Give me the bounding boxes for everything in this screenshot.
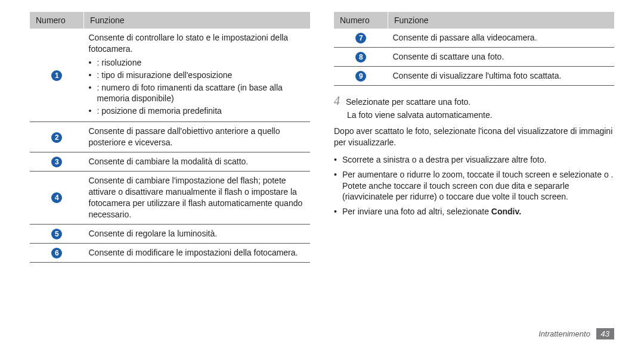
list-item: Per aumentare o ridurre lo zoom, toccate… [334,169,614,203]
step-number-icon: 4 [334,94,340,107]
table-row: 8 Consente di scattare una foto. [334,48,614,67]
table-row: 5 Consente di regolare la luminosità. [30,224,310,243]
number-badge-4: 4 [51,192,62,203]
right-header-funzione: Funzione [388,12,615,29]
table-row: 9 Consente di visualizzare l'ultima foto… [334,67,614,86]
right-column: Numero Funzione 7 Consente di passare al… [334,12,614,263]
list-item: : numero di foto rimanenti da scattare (… [89,82,306,105]
function-cell: Consente di modificare le impostazioni d… [84,243,311,262]
number-badge-9: 9 [355,71,366,82]
left-header-numero: Numero [30,12,84,29]
step-text: Selezionate per scattare una foto. [346,97,470,107]
table-row: 4 Consente di cambiare l'impostazione de… [30,172,310,225]
left-column: Numero Funzione 1 Consente di controllar… [30,12,310,263]
right-header-numero: Numero [334,12,388,29]
page-content: Numero Funzione 1 Consente di controllar… [0,0,644,263]
function-intro: Consente di controllare lo stato e le im… [89,32,306,55]
number-badge-2: 2 [51,132,62,143]
table-row: 2 Consente di passare dall'obiettivo ant… [30,122,310,152]
function-cell: Consente di passare alla videocamera. [388,29,615,48]
footer-page-number: 43 [596,328,614,339]
function-cell: Consente di controllare lo stato e le im… [84,29,311,122]
table-row: 1 Consente di controllare lo stato e le … [30,29,310,122]
number-badge-8: 8 [355,52,366,63]
function-cell: Consente di cambiare l'impostazione del … [84,172,311,225]
list-item: : tipo di misurazione dell'esposizione [89,70,306,81]
number-badge-6: 6 [51,248,62,258]
list-item: Per inviare una foto ad altri, seleziona… [334,206,614,217]
table-row: 7 Consente di passare alla videocamera. [334,29,614,48]
table-row: 6 Consente di modificare le impostazioni… [30,243,310,262]
function-cell: Consente di passare dall'obiettivo anter… [84,122,311,152]
list-item: Scorrete a sinistra o a destra per visua… [334,154,614,166]
function-cell: Consente di cambiare la modalità di scat… [84,152,311,172]
after-paragraph: Dopo aver scattato le foto, selezionate … [334,126,614,148]
tips-list: Scorrete a sinistra o a destra per visua… [334,154,614,217]
tip-bold: Condiv. [491,207,521,216]
table-row: 3 Consente di cambiare la modalità di sc… [30,152,310,172]
page-footer: Intrattenimento 43 [538,328,614,339]
left-function-table: Numero Funzione 1 Consente di controllar… [30,12,310,263]
list-item: : posizione di memoria predefinita [89,105,306,117]
step-4: 4 Selezionate per scattare una foto. [334,94,614,108]
right-function-table: Numero Funzione 7 Consente di passare al… [334,12,614,86]
function-cell: Consente di regolare la luminosità. [84,224,311,243]
footer-section-label: Intrattenimento [538,329,590,338]
function-cell: Consente di visualizzare l'ultima foto s… [388,67,615,86]
step-subtext: La foto viene salvata automaticamente. [347,110,614,120]
tip-prefix: Per inviare una foto ad altri, seleziona… [342,207,491,216]
number-badge-5: 5 [51,229,62,239]
number-badge-3: 3 [51,157,62,167]
function-cell: Consente di scattare una foto. [388,48,615,67]
settings-list: : risoluzione : tipo di misurazione dell… [89,57,306,117]
left-header-funzione: Funzione [84,12,311,29]
list-item: : risoluzione [89,57,306,68]
number-badge-1: 1 [51,70,62,81]
number-badge-7: 7 [355,33,366,43]
